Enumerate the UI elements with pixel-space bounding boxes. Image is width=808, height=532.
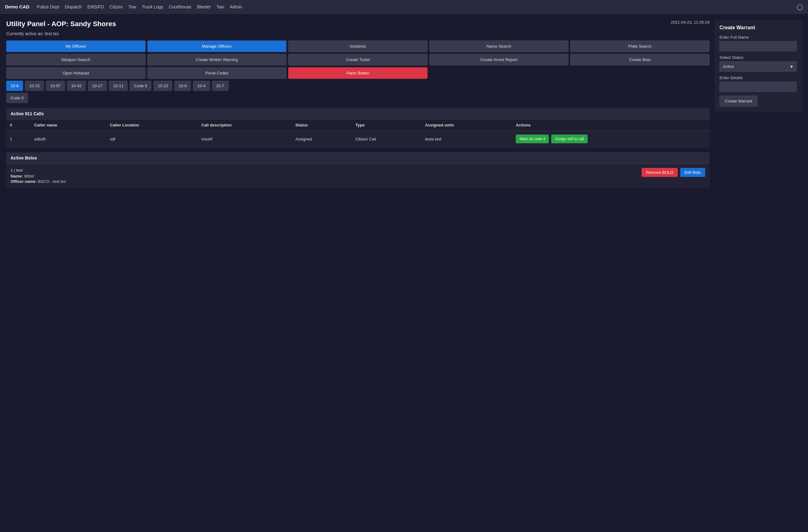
cell-type: Citizen Call (352, 131, 421, 147)
cell-assigned-units: testa test (421, 131, 512, 147)
app-brand: Demo CAD (5, 4, 29, 10)
col-call-description: Call description (198, 120, 292, 131)
panic-button[interactable]: Panic Button (288, 67, 427, 79)
nav-citizen[interactable]: Citizen (109, 4, 123, 10)
nav-links: Police Dept Dispatch EMS/FD Citizen Tow … (37, 4, 797, 10)
bolo-officer-label: Officer name: (11, 179, 37, 184)
bolo-detail-name: Name: fdfdsf (11, 174, 642, 178)
calls-table: # Caller name Caller Location Call descr… (6, 120, 710, 147)
nav-courthouse[interactable]: Courthouse (169, 4, 191, 10)
user-icon[interactable]: ◯ (797, 3, 803, 10)
plate-search-button[interactable]: Plate Search (570, 40, 710, 52)
bolo-title: 1 | test (11, 168, 642, 173)
warrant-card: Create Warrant Enter Full Name Select St… (715, 20, 802, 112)
col-caller-location: Caller Location (106, 120, 198, 131)
status-btn-10-6[interactable]: 10-6 (174, 81, 191, 91)
bolos-section: Active Bolos 1 | test Name: fdfdsf Offic… (6, 152, 710, 188)
bolo-name-label: Name: (11, 174, 23, 178)
create-arrest-report-button[interactable]: Create Arrest Report (429, 54, 569, 65)
status-select[interactable]: Active Inactive (719, 61, 797, 72)
bolo-name: test (16, 168, 23, 173)
bolo-content: 1 | test Name: fdfdsf Officer name: BSCO… (11, 168, 642, 184)
cell-call-description: msuhf (198, 131, 292, 147)
status-btn-10-4[interactable]: 10-4 (193, 81, 210, 91)
weapon-search-button[interactable]: Weapon Search (6, 54, 146, 65)
incidents-button[interactable]: Incidents (288, 40, 427, 52)
bolo-detail-officer: Officer name: BSCO - test tes (11, 179, 642, 184)
status-select-wrapper: Active Inactive ▼ (719, 61, 797, 72)
page-title: Utility Panel - AOP: Sandy Shores (6, 20, 116, 28)
button-row-1: My Officers Manage Officers Incidents Na… (6, 40, 710, 52)
col-assigned-units: Assigned units (421, 120, 512, 131)
mark-as-code-4-button[interactable]: Mark as code 4 (516, 135, 549, 143)
assign-self-to-call-button[interactable]: Assign self to call (551, 135, 588, 143)
nav-police-dept[interactable]: Police Dept (37, 4, 59, 10)
cell-caller-location: sdf (106, 131, 198, 147)
status-btn-10-42[interactable]: 10-42 (67, 81, 86, 91)
table-row: 1 sdliufh sdf msuhf Assigned Citizen Cal… (6, 131, 710, 147)
panel-header: Utility Panel - AOP: Sandy Shores 2021-0… (6, 20, 710, 28)
bolo-item: 1 | test Name: fdfdsf Officer name: BSCO… (6, 164, 710, 188)
nav-admin[interactable]: Admin (229, 4, 242, 10)
nav-ems-fd[interactable]: EMS/FD (87, 4, 104, 10)
nav-truck-logs[interactable]: Truck Logs (142, 4, 163, 10)
button-row-3: Open Notepad Penal Codes Panic Button (6, 67, 710, 79)
status-btn-10-97[interactable]: 10-97 (46, 81, 65, 91)
full-name-label: Enter Full Name (719, 35, 797, 40)
bolo-name-value: fdfdsf (24, 174, 34, 178)
bolo-index: 1 (11, 168, 13, 173)
edit-bolo-button[interactable]: Edit Bolo (680, 168, 705, 177)
open-notepad-button[interactable]: Open Notepad (6, 67, 146, 79)
bolo-actions: Remove BOLO Edit Bolo (642, 168, 705, 177)
status-btn-10-7[interactable]: 10-7 (212, 81, 229, 91)
status-btn-code-5[interactable]: Code 5 (6, 93, 28, 103)
nav-taxi[interactable]: Taxi (216, 4, 224, 10)
nav-dispatch[interactable]: Dispatch (65, 4, 81, 10)
calls-section: Active 911 Calls # Caller name Caller Lo… (6, 108, 710, 147)
nav-tow[interactable]: Tow (128, 4, 136, 10)
left-panel: Utility Panel - AOP: Sandy Shores 2021-0… (6, 20, 710, 188)
name-search-button[interactable]: Name Search (429, 40, 569, 52)
bolo-officer-value: BSCO - test tes (38, 179, 66, 184)
status-btn-10-15[interactable]: 10-15 (25, 81, 44, 91)
warrant-title: Create Warrant (719, 25, 797, 31)
status-buttons-row: 10-8 10-15 10-97 10-42 10-17 10-11 Code … (6, 81, 710, 91)
full-name-input[interactable] (719, 41, 797, 51)
cell-status: Assigned (292, 131, 352, 147)
create-bolo-button[interactable]: Create Bolo (570, 54, 710, 65)
cell-number: 1 (6, 131, 31, 147)
cell-actions: Mark as code 4 Assign self to call (512, 131, 710, 147)
penal-codes-button[interactable]: Penal Codes (147, 67, 287, 79)
status-btn-10-23[interactable]: 10-23 (153, 81, 172, 91)
details-label: Enter Details (719, 75, 797, 80)
status-btn-10-11[interactable]: 10-11 (109, 81, 128, 91)
calls-section-header: Active 911 Calls (6, 108, 710, 120)
right-panel: Create Warrant Enter Full Name Select St… (715, 20, 802, 188)
create-written-warning-button[interactable]: Create Written Warning (147, 54, 287, 65)
col-actions: Actions (512, 120, 710, 131)
manage-officers-button[interactable]: Manage Officers (147, 40, 287, 52)
col-type: Type (352, 120, 421, 131)
main-content: Utility Panel - AOP: Sandy Shores 2021-0… (0, 14, 808, 194)
details-input[interactable] (719, 82, 797, 92)
timestamp: 2021-04-23, 11:05:29 (671, 20, 710, 25)
col-caller-name: Caller name (31, 120, 106, 131)
create-warrant-button[interactable]: Create Warrant (719, 96, 757, 107)
col-number: # (6, 120, 31, 131)
col-status: Status (292, 120, 352, 131)
status-btn-10-8[interactable]: 10-8 (6, 81, 23, 91)
status-btn-10-17[interactable]: 10-17 (88, 81, 107, 91)
remove-bolo-button[interactable]: Remove BOLO (642, 168, 678, 177)
button-row-2: Weapon Search Create Written Warning Cre… (6, 54, 710, 65)
navbar: Demo CAD Police Dept Dispatch EMS/FD Cit… (0, 0, 808, 14)
bolos-section-header: Active Bolos (6, 152, 710, 164)
active-as-label: Currently active as: test tes (6, 31, 710, 36)
status-label: Select Status (719, 55, 797, 60)
nav-bleeter[interactable]: Bleeter (197, 4, 210, 10)
my-officers-button[interactable]: My Officers (6, 40, 146, 52)
cell-caller-name: sdliufh (31, 131, 106, 147)
create-ticket-button[interactable]: Create Ticket (288, 54, 427, 65)
status-btn-code-6[interactable]: Code 6 (130, 81, 151, 91)
